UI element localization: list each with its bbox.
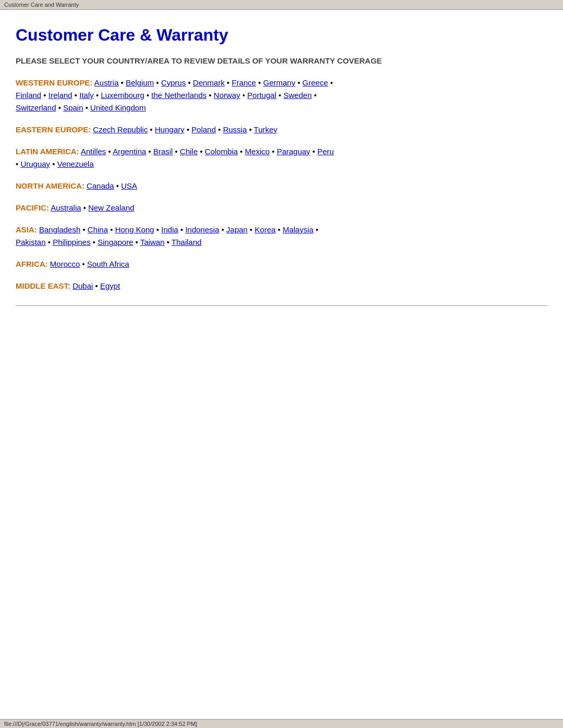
country-link-cyprus[interactable]: Cyprus	[161, 78, 186, 87]
region-label-africa: AFRICA:	[16, 260, 48, 268]
browser-tab: Customer Care and Warranty	[0, 0, 563, 10]
country-link-sweden[interactable]: Sweden	[284, 91, 312, 100]
country-link-morocco[interactable]: Morocco	[50, 260, 80, 268]
country-link-netherlands[interactable]: the Netherlands	[151, 91, 206, 100]
country-link-singapore[interactable]: Singapore	[97, 238, 133, 246]
country-link-colombia[interactable]: Colombia	[205, 147, 238, 156]
country-link-united-kingdom[interactable]: United Kingdom	[90, 103, 146, 112]
page-subtitle: PLEASE SELECT YOUR COUNTRY/AREA TO REVIE…	[16, 55, 547, 66]
country-link-belgium[interactable]: Belgium	[126, 78, 154, 87]
region-label-eastern-europe: EASTERN EUROPE:	[16, 125, 91, 134]
country-link-bangladesh[interactable]: Bangladesh	[39, 225, 80, 234]
region-label-western-europe: WESTERN EUROPE:	[16, 78, 93, 87]
country-link-finland[interactable]: Finland	[16, 91, 41, 100]
country-link-indonesia[interactable]: Indonesia	[185, 225, 219, 234]
country-link-hong-kong[interactable]: Hong Kong	[115, 225, 154, 234]
country-link-ireland[interactable]: Ireland	[48, 91, 72, 100]
region-africa: AFRICA: Morocco • South Africa	[16, 258, 547, 270]
region-latin-america: LATIN AMERICA: Antilles • Argentina • Br…	[16, 145, 547, 170]
page-title: Customer Care & Warranty	[16, 26, 547, 45]
page-divider	[16, 305, 547, 306]
country-link-peru[interactable]: Peru	[317, 147, 334, 156]
country-link-germany[interactable]: Germany	[263, 78, 296, 87]
country-link-venezuela[interactable]: Venezuela	[57, 159, 94, 168]
country-link-hungary[interactable]: Hungary	[155, 125, 185, 134]
country-link-korea[interactable]: Korea	[255, 225, 276, 234]
country-link-poland[interactable]: Poland	[191, 125, 216, 134]
page-content: Customer Care & Warranty PLEASE SELECT Y…	[0, 10, 563, 719]
country-link-france[interactable]: France	[232, 78, 256, 87]
country-link-portugal[interactable]: Portugal	[247, 91, 276, 100]
country-link-greece[interactable]: Greece	[302, 78, 328, 87]
country-link-malaysia[interactable]: Malaysia	[283, 225, 313, 234]
country-link-switzerland[interactable]: Switzerland	[16, 103, 56, 112]
country-link-italy[interactable]: Italy	[79, 91, 94, 100]
region-label-latin-america: LATIN AMERICA:	[16, 147, 79, 156]
country-link-antilles[interactable]: Antilles	[81, 147, 106, 156]
country-link-norway[interactable]: Norway	[214, 91, 240, 100]
country-link-india[interactable]: India	[161, 225, 178, 234]
country-link-brasil[interactable]: Brasil	[153, 147, 173, 156]
country-link-pakistan[interactable]: Pakistan	[16, 238, 46, 246]
country-link-thailand[interactable]: Thailand	[172, 238, 202, 246]
country-link-argentina[interactable]: Argentina	[113, 147, 146, 156]
region-middle-east: MIDDLE EAST: Dubai • Egypt	[16, 280, 547, 292]
country-link-chile[interactable]: Chile	[180, 147, 198, 156]
country-link-dubai[interactable]: Dubai	[72, 281, 93, 290]
country-link-philippines[interactable]: Philippines	[53, 238, 91, 246]
country-link-usa[interactable]: USA	[121, 181, 137, 190]
country-link-denmark[interactable]: Denmark	[193, 78, 225, 87]
region-label-pacific: PACIFIC:	[16, 203, 49, 212]
region-label-middle-east: MIDDLE EAST:	[16, 281, 70, 290]
country-link-czech-republic[interactable]: Czech Republic	[93, 125, 148, 134]
country-link-china[interactable]: China	[88, 225, 108, 234]
region-eastern-europe: EASTERN EUROPE: Czech Republic • Hungary…	[16, 124, 547, 136]
country-link-austria[interactable]: Austria	[94, 78, 119, 87]
country-link-taiwan[interactable]: Taiwan	[140, 238, 165, 246]
country-link-turkey[interactable]: Turkey	[254, 125, 277, 134]
country-link-australia[interactable]: Australia	[51, 203, 81, 212]
region-label-asia: ASIA:	[16, 225, 37, 234]
region-north-america: NORTH AMERICA: Canada • USA	[16, 180, 547, 192]
country-link-egypt[interactable]: Egypt	[100, 281, 120, 290]
country-link-south-africa[interactable]: South Africa	[87, 260, 129, 268]
tab-title: Customer Care and Warranty	[4, 2, 79, 8]
country-link-spain[interactable]: Spain	[63, 103, 83, 112]
region-asia: ASIA: Bangladesh • China • Hong Kong • I…	[16, 224, 547, 249]
region-label-north-america: NORTH AMERICA:	[16, 181, 84, 190]
region-western-europe: WESTERN EUROPE: Austria • Belgium • Cypr…	[16, 77, 547, 114]
country-link-uruguay[interactable]: Uruguay	[20, 159, 50, 168]
country-link-paraguay[interactable]: Paraguay	[277, 147, 310, 156]
country-link-canada[interactable]: Canada	[87, 181, 114, 190]
country-link-russia[interactable]: Russia	[223, 125, 247, 134]
region-pacific: PACIFIC: Australia • New Zealand	[16, 202, 547, 214]
country-link-mexico[interactable]: Mexico	[245, 147, 270, 156]
country-link-new-zealand[interactable]: New Zealand	[88, 203, 134, 212]
country-link-luxembourg[interactable]: Luxembourg	[101, 91, 144, 100]
country-link-japan[interactable]: Japan	[226, 225, 248, 234]
